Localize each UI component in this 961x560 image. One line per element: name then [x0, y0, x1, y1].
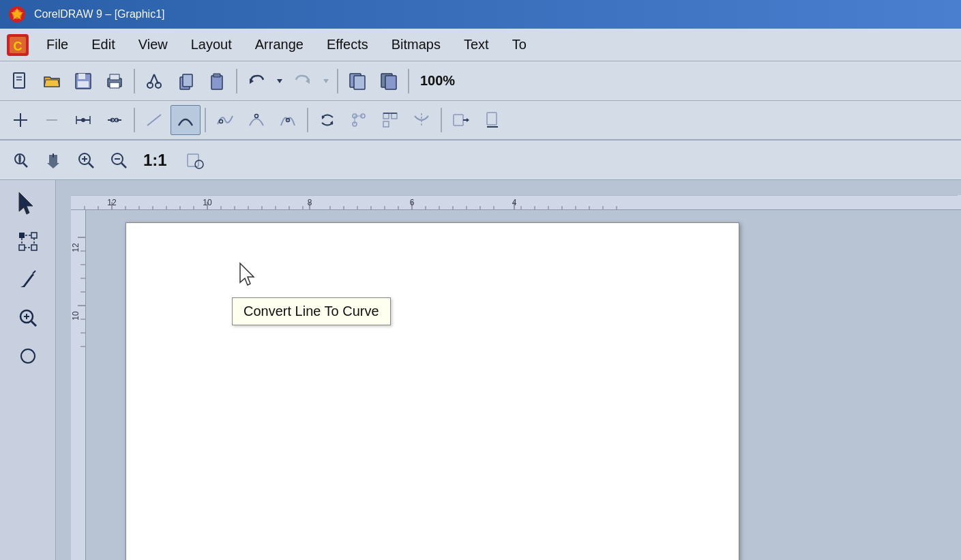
- symmetrical-node-button[interactable]: [210, 105, 240, 135]
- zoom-in-button[interactable]: [71, 145, 101, 175]
- save-button[interactable]: [68, 66, 98, 96]
- menu-edit[interactable]: Edit: [80, 33, 125, 57]
- menu-bar: C File Edit View Layout Arrange Effects …: [0, 29, 961, 61]
- svg-rect-6: [14, 73, 25, 88]
- separator-3: [337, 69, 338, 93]
- svg-rect-79: [188, 154, 198, 166]
- svg-marker-81: [19, 192, 33, 214]
- svg-rect-57: [383, 121, 389, 127]
- add-node-button[interactable]: [5, 105, 35, 135]
- svg-rect-63: [487, 113, 497, 125]
- svg-point-68: [18, 158, 21, 160]
- view-more-1[interactable]: [180, 145, 210, 175]
- redo-button[interactable]: [288, 66, 318, 96]
- svg-line-90: [33, 271, 35, 274]
- undo-button[interactable]: [241, 66, 271, 96]
- svg-marker-65: [240, 263, 254, 285]
- menu-file[interactable]: File: [35, 33, 79, 57]
- svg-rect-56: [391, 113, 397, 119]
- svg-rect-55: [383, 113, 389, 119]
- extend-nodes-button[interactable]: [446, 105, 476, 135]
- title-bar: CorelDRAW 9 – [Graphic1]: [0, 0, 961, 29]
- svg-point-80: [195, 160, 203, 168]
- ruler-top: 12 10 8 6 4: [71, 195, 961, 210]
- navigate-button[interactable]: [5, 145, 35, 175]
- ruler-left: 12 10: [71, 210, 86, 560]
- title-text: CorelDRAW 9 – [Graphic1]: [34, 8, 164, 20]
- print-button[interactable]: [100, 66, 130, 96]
- undo-dropdown[interactable]: [273, 66, 286, 96]
- view-toolbar: 1:1: [0, 141, 961, 180]
- main-toolbar: 100%: [0, 61, 961, 101]
- svg-text:C: C: [14, 40, 23, 53]
- close-curve-button[interactable]: [477, 105, 507, 135]
- zoom-tool[interactable]: [10, 300, 46, 336]
- mirror-nodes-button[interactable]: [406, 105, 437, 135]
- join-nodes-button[interactable]: [68, 105, 98, 135]
- separator-node-4: [441, 108, 442, 132]
- cusp-node-button[interactable]: [273, 105, 303, 135]
- svg-marker-62: [467, 118, 469, 122]
- menu-logo: C: [5, 33, 30, 57]
- svg-line-17: [150, 74, 154, 84]
- svg-point-95: [21, 349, 35, 363]
- freehand-tool[interactable]: [10, 262, 46, 297]
- svg-rect-84: [19, 245, 25, 250]
- menu-view[interactable]: View: [128, 33, 179, 57]
- node-tool[interactable]: [10, 224, 46, 259]
- svg-rect-60: [454, 115, 463, 126]
- drawing-page[interactable]: [125, 222, 739, 560]
- node-toolbar: Convert Line To Curve: [0, 101, 961, 141]
- to-line-button[interactable]: [139, 105, 169, 135]
- circle-tool[interactable]: [10, 338, 46, 374]
- svg-line-67: [23, 163, 27, 167]
- reverse-subpath-button[interactable]: [312, 105, 342, 135]
- separator-2: [236, 69, 237, 93]
- separator-node-1: [134, 108, 135, 132]
- pointer-tool[interactable]: [10, 186, 46, 221]
- svg-rect-22: [213, 74, 220, 77]
- menu-text[interactable]: Text: [453, 33, 500, 57]
- new-button[interactable]: [5, 66, 35, 96]
- copy-button[interactable]: [171, 66, 201, 96]
- smooth-node-button[interactable]: [241, 105, 271, 135]
- svg-rect-21: [211, 76, 222, 89]
- paste-button[interactable]: [202, 66, 232, 96]
- svg-line-44: [147, 115, 161, 126]
- svg-line-92: [31, 321, 36, 326]
- export-button[interactable]: [374, 66, 404, 96]
- svg-rect-10: [78, 74, 85, 79]
- break-nodes-button[interactable]: [100, 105, 130, 135]
- import-button[interactable]: [342, 66, 372, 96]
- align-nodes-button[interactable]: [375, 105, 405, 135]
- svg-point-37: [81, 118, 85, 122]
- menu-bitmaps[interactable]: Bitmaps: [381, 33, 452, 57]
- cut-button[interactable]: [139, 66, 169, 96]
- redo-dropdown[interactable]: [319, 66, 333, 96]
- svg-point-45: [220, 120, 223, 123]
- pan-button[interactable]: [38, 145, 68, 175]
- svg-rect-13: [110, 74, 119, 80]
- svg-rect-20: [183, 74, 192, 87]
- view-ratio: 1:1: [136, 151, 177, 170]
- left-panel: [0, 180, 56, 560]
- svg-marker-26: [323, 79, 329, 83]
- svg-rect-28: [354, 76, 365, 89]
- canvas-area: 12 10 8 6 4: [0, 180, 961, 560]
- convert-line-to-curve-button[interactable]: [171, 105, 201, 135]
- app-logo: [7, 4, 27, 25]
- svg-rect-14: [110, 83, 119, 88]
- svg-rect-83: [31, 233, 37, 238]
- zoom-out-button[interactable]: [104, 145, 134, 175]
- delete-node-button[interactable]: [37, 105, 67, 135]
- menu-tools[interactable]: To: [501, 33, 537, 57]
- svg-rect-11: [78, 81, 89, 87]
- svg-line-73: [89, 163, 93, 168]
- tooltip-convert-line-to-curve: Convert Line To Curve: [232, 297, 391, 325]
- elastic-mode-button[interactable]: [344, 105, 374, 135]
- open-button[interactable]: [37, 66, 67, 96]
- drawing-canvas[interactable]: 12 10 8 6 4: [71, 195, 961, 560]
- menu-layout[interactable]: Layout: [180, 33, 243, 57]
- menu-effects[interactable]: Effects: [316, 33, 379, 57]
- menu-arrange[interactable]: Arrange: [244, 33, 314, 57]
